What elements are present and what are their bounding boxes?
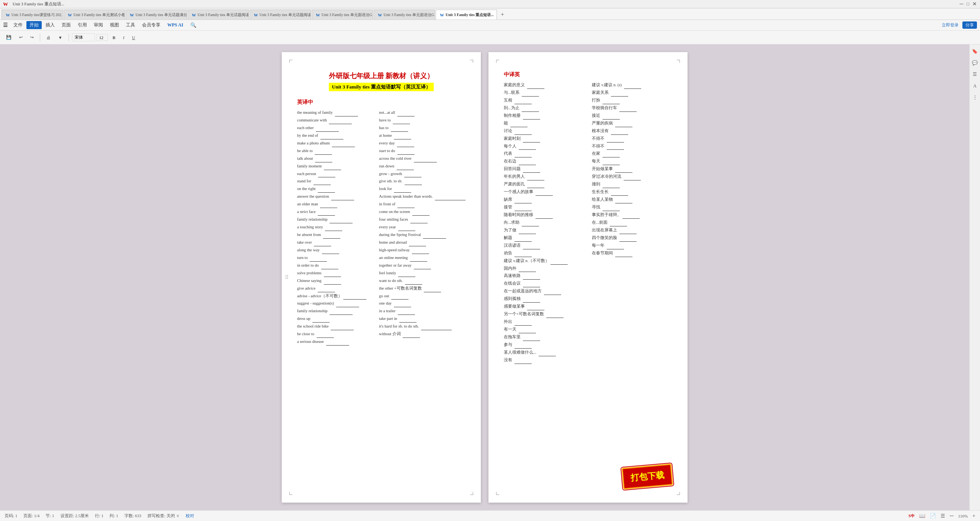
toolbar: 💾 ↩ ↪ 🖨 ▼ 宋体 12 B I U [0, 31, 980, 44]
view-outline-icon[interactable]: ☰ [941, 513, 945, 519]
toolbar-italic[interactable]: I [120, 34, 127, 41]
cn-vocab-item: 在线会议 [504, 280, 584, 287]
tab-1[interactable]: W Unit 3 Family ties课堂练习 202... [2, 10, 63, 20]
cn-vocab-item: 每个人 [504, 143, 584, 150]
tab-4[interactable]: W Unit 3 Family ties 单元话题阅读... [188, 10, 249, 20]
toolbar-bold[interactable]: B [109, 34, 118, 41]
menu-vip[interactable]: 会员专享 [139, 21, 163, 29]
search-icon[interactable]: 🔍 [190, 22, 196, 28]
menu-wps-ai[interactable]: WPS AI [164, 21, 186, 29]
download-badge[interactable]: 打包下载 [622, 464, 673, 489]
vocab-item: a strict face [297, 208, 371, 216]
cn-right-col: 建议 v.建议 n. (s) 家庭关系 打扮 学校骑自行车 接近 严重的疾病 根… [592, 81, 672, 364]
wps-logo-bottom: S中 [908, 513, 915, 519]
status-margin: 设置距: 2.5厘米 [60, 513, 89, 519]
wps-logo-icon: W [3, 1, 8, 7]
hamburger-icon[interactable]: ☰ [3, 22, 8, 28]
menu-ref[interactable]: 引用 [75, 21, 90, 29]
vocab-item: communicate with [297, 116, 371, 124]
zoom-in-btn[interactable]: + [972, 513, 975, 519]
menu-review[interactable]: 审阅 [91, 21, 106, 29]
toolbar-print[interactable]: 🖨 [43, 34, 54, 41]
vocab-item: go out [379, 292, 466, 300]
close-btn[interactable]: ✕ [972, 1, 977, 7]
view-page-icon[interactable]: 📄 [930, 513, 936, 519]
vocab-item: talk about [297, 155, 371, 162]
vocab-item: an older man [297, 200, 371, 208]
vocab-item: in a trailer [379, 307, 466, 315]
section-en-cn: 英译中 [297, 99, 466, 106]
new-tab-btn[interactable]: + [498, 10, 507, 20]
tab-2[interactable]: W Unit 3 Family ties 单元测试小卷 2... [64, 10, 125, 20]
tab-5-label: Unit 3 Family ties 单元话题阅读... [260, 12, 311, 18]
status-proofread[interactable]: 校对 [186, 513, 194, 519]
toolbar-save[interactable]: 💾 [3, 34, 15, 41]
vocab-item: have to [379, 116, 466, 124]
vocab-item: be close to [297, 330, 371, 338]
tab-7[interactable]: W Unit 3 Family ties 单元面语法Gramm... [374, 10, 435, 20]
corner-br [470, 492, 473, 495]
cn-vocab-item: 到...为止 [504, 104, 584, 112]
w-icon-4: W [192, 13, 196, 17]
vocab-item: come on the screen [379, 208, 466, 216]
vocab-item: family relationship [297, 307, 371, 315]
status-spell: 拼写检查: 关闭 ∨ [147, 513, 180, 519]
login-btn[interactable]: 立即登录 [942, 22, 959, 28]
status-col: 列: 1 [109, 513, 118, 519]
maximize-btn[interactable]: □ [967, 1, 969, 7]
toolbar-font[interactable]: 宋体 [72, 33, 95, 41]
zoom-out-btn[interactable]: ─ [950, 513, 954, 519]
cn-vocab-item: 讨论 [504, 127, 584, 135]
status-page: 页码: 1 [5, 513, 17, 519]
share-btn[interactable]: 分享 [962, 21, 977, 29]
cn-vocab-item: 随着时间的推移 [504, 211, 584, 219]
cn-vocab-item: 为了做 [504, 226, 584, 234]
corner-bl-2 [496, 492, 499, 495]
cn-vocab-item: 高速铁路 [504, 272, 584, 280]
tab-8-close[interactable]: ✕ [496, 13, 497, 17]
menu-start[interactable]: 开始 [26, 21, 42, 29]
status-section: 节: 1 [46, 513, 54, 519]
vocab-item: run down [379, 162, 466, 170]
status-bar: 页码: 1 页面: 1/4 节: 1 设置距: 2.5厘米 行: 1 列: 1 … [0, 510, 980, 521]
title-bar: W Unit 3 Family ties 重点短语... ─ □ ✕ [0, 0, 980, 8]
window-title: Unit 3 Family ties 重点短语... [13, 1, 64, 7]
vocab-item: without 介词 [379, 330, 466, 338]
vocab-item: suggest - suggestion(s) [297, 300, 371, 307]
page-main-title: 外研版七年级上册 新教材（讲义） [297, 71, 466, 80]
menu-file[interactable]: 文件 [10, 21, 26, 29]
cn-vocab-item-r: 家庭关系 [592, 89, 672, 97]
menu-insert[interactable]: 插入 [42, 21, 58, 29]
minimize-btn[interactable]: ─ [960, 1, 964, 7]
vocab-item: high-speed railway [379, 246, 466, 254]
vocab-item: it's hard for sb. to do sth. [379, 323, 466, 330]
sidebar-bookmark[interactable]: 🔖 [971, 48, 979, 55]
drag-handle[interactable]: ⠿ [285, 274, 289, 281]
toolbar-fontsize[interactable]: 12 [96, 34, 108, 41]
tab-3[interactable]: W Unit 3 Family ties 单元话题满分写... [126, 10, 187, 20]
menu-tools[interactable]: 工具 [123, 21, 138, 29]
toolbar-undo[interactable]: ↩ [16, 34, 26, 41]
cn-vocab-item: 参与 [504, 341, 584, 349]
sidebar-comment[interactable]: 💬 [971, 59, 979, 67]
toolbar-redo[interactable]: ↪ [27, 34, 37, 41]
cn-vocab-item: 感到孤独 [504, 295, 584, 303]
view-read-icon[interactable]: 📖 [919, 513, 925, 519]
vocab-item: home and abroad [379, 239, 466, 246]
sidebar-nav[interactable]: ☰ [971, 70, 979, 78]
vocab-columns: the meaning of family communicate with e… [297, 109, 466, 346]
sidebar-more[interactable]: ⋮ [971, 93, 979, 101]
tab-6[interactable]: W Unit 3 Family ties 单元面语法Grammar... [312, 10, 373, 20]
cn-vocab-item: 缺席 [504, 196, 584, 203]
sidebar-translate[interactable]: A [971, 82, 979, 90]
toolbar-underline[interactable]: U [129, 34, 138, 41]
tab-5[interactable]: W Unit 3 Family ties 单元话题阅读... [250, 10, 311, 20]
menu-page[interactable]: 页面 [59, 21, 74, 29]
window-controls: W Unit 3 Family ties 重点短语... [3, 1, 64, 7]
tab-8[interactable]: W Unit 3 Family ties 重点短语... ✕ [436, 10, 497, 20]
menu-bar: ☰ 文件 开始 插入 页面 引用 审阅 视图 工具 会员专享 WPS AI 🔍 … [0, 20, 980, 31]
menu-view[interactable]: 视图 [107, 21, 122, 29]
tab-2-label: Unit 3 Family ties 单元测试小卷 2... [74, 12, 125, 18]
cn-vocab-item-r: 给某人某物 [592, 196, 672, 203]
toolbar-more[interactable]: ▼ [55, 34, 65, 41]
